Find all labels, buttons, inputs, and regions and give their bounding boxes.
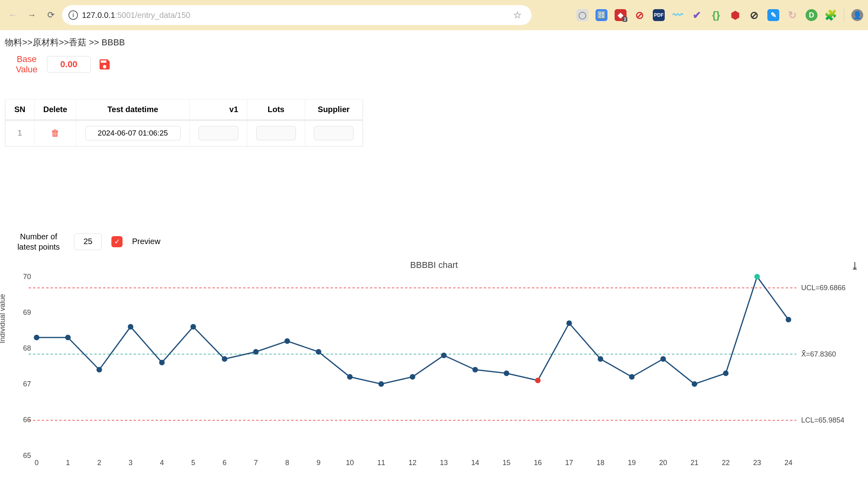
ext-icon-circle[interactable]: ◯ — [576, 9, 588, 21]
cell-sn: 1 — [6, 120, 35, 146]
svg-point-55 — [566, 320, 572, 326]
base-value-label: BaseValue — [13, 54, 41, 75]
svg-point-58 — [660, 356, 666, 362]
supplier-input[interactable] — [314, 126, 354, 140]
svg-point-57 — [629, 374, 634, 380]
svg-text:21: 21 — [691, 459, 699, 467]
svg-text:13: 13 — [440, 459, 448, 467]
col-lots: Lots — [247, 99, 305, 120]
svg-text:7: 7 — [254, 459, 258, 467]
col-sn: SN — [6, 99, 35, 120]
extensions-tray: ◯ 🔠 ◆2 ⊘ PDF 〰 ✔ {} ⬢ ⊘ ✎ ↻ D 🧩 👤 — [576, 8, 863, 22]
svg-point-41 — [128, 324, 133, 330]
col-datetime: Test datetime — [76, 99, 189, 120]
svg-point-61 — [754, 274, 760, 279]
svg-text:UCL=69.6866: UCL=69.6866 — [801, 284, 846, 292]
address-bar[interactable]: i 127.0.0.1:5001/entry_data/150 ☆ — [62, 5, 531, 25]
profile-avatar[interactable]: 👤 — [851, 9, 863, 21]
save-button[interactable] — [97, 57, 112, 72]
chart-title: BBBBI chart — [5, 260, 863, 270]
points-label: Number oflatest points — [13, 231, 64, 252]
svg-text:14: 14 — [471, 459, 479, 467]
svg-point-44 — [222, 356, 228, 362]
svg-text:2: 2 — [97, 459, 101, 467]
download-chart-icon[interactable]: ⤓ — [850, 260, 859, 272]
lots-input[interactable] — [256, 126, 296, 140]
svg-point-62 — [786, 317, 791, 322]
site-info-icon[interactable]: i — [68, 10, 78, 20]
svg-text:68: 68 — [23, 344, 31, 352]
svg-text:65: 65 — [23, 452, 31, 460]
table-row: 1 🗑 — [6, 120, 363, 146]
svg-point-56 — [598, 356, 603, 362]
col-supplier: Supplier — [305, 99, 362, 120]
datetime-input[interactable] — [85, 126, 181, 140]
svg-text:3: 3 — [128, 459, 132, 467]
preview-checkbox[interactable]: ✓ — [111, 236, 123, 247]
svg-text:X̄=67.8360: X̄=67.8360 — [801, 350, 836, 358]
svg-text:0: 0 — [35, 459, 39, 467]
points-input[interactable] — [74, 233, 102, 250]
cell-v1 — [189, 120, 247, 146]
svg-text:66: 66 — [23, 416, 31, 424]
svg-text:24: 24 — [784, 459, 792, 467]
base-value-input[interactable] — [47, 56, 91, 73]
ext-icon-check[interactable]: ✔ — [691, 9, 703, 21]
svg-point-52 — [473, 367, 478, 372]
svg-point-59 — [692, 381, 697, 387]
svg-point-51 — [441, 353, 447, 358]
cell-delete: 🗑 — [34, 120, 76, 146]
forward-button[interactable]: → — [24, 7, 40, 23]
svg-text:1: 1 — [66, 459, 70, 467]
svg-text:22: 22 — [722, 459, 730, 467]
svg-text:LCL=65.9854: LCL=65.9854 — [801, 416, 845, 424]
svg-text:23: 23 — [753, 459, 761, 467]
svg-text:5: 5 — [191, 459, 195, 467]
breadcrumb: 物料>>原材料>>香菇 >> BBBB — [5, 35, 863, 54]
svg-point-48 — [347, 374, 353, 380]
svg-point-53 — [504, 370, 509, 376]
svg-point-0 — [103, 66, 106, 68]
svg-point-46 — [284, 338, 290, 344]
cell-lots — [247, 120, 305, 146]
ext-icon-history[interactable]: ↻ — [786, 9, 798, 21]
browser-toolbar: ← → ⟳ i 127.0.0.1:5001/entry_data/150 ☆ … — [0, 0, 868, 30]
data-table: SN Delete Test datetime v1 Lots Supplier… — [5, 99, 363, 147]
url-text: 127.0.0.1:5001/entry_data/150 — [82, 11, 509, 20]
ext-icon-hexagon[interactable]: ⬢ — [729, 9, 741, 21]
trash-icon[interactable]: 🗑 — [51, 128, 60, 138]
ext-icon-d[interactable]: D — [806, 9, 817, 21]
preview-label: Preview — [132, 237, 160, 246]
svg-point-40 — [97, 367, 102, 372]
svg-point-43 — [191, 324, 196, 330]
bookmark-star-icon[interactable]: ☆ — [513, 10, 522, 21]
svg-text:11: 11 — [377, 459, 385, 467]
save-icon — [98, 58, 111, 71]
ext-icon-noentry[interactable]: ⊘ — [748, 9, 760, 21]
extensions-puzzle-icon[interactable]: 🧩 — [825, 9, 837, 21]
control-chart: 6566676869700123456789101112131415161718… — [5, 273, 856, 467]
svg-point-47 — [316, 349, 321, 355]
svg-point-60 — [723, 370, 729, 376]
ext-icon-wave[interactable]: 〰 — [672, 9, 684, 21]
ext-icon-block[interactable]: ⊘ — [634, 9, 646, 21]
svg-point-54 — [535, 378, 541, 383]
ext-icon-edit[interactable]: ✎ — [767, 9, 779, 21]
col-delete: Delete — [34, 99, 76, 120]
ext-icon-pdf[interactable]: PDF — [653, 9, 665, 21]
ext-icon-pdf-badge[interactable]: ◆2 — [615, 9, 627, 21]
v1-input[interactable] — [199, 126, 238, 140]
cell-datetime — [76, 120, 189, 146]
svg-text:4: 4 — [160, 459, 164, 467]
svg-text:67: 67 — [23, 380, 31, 388]
svg-text:20: 20 — [659, 459, 667, 467]
svg-text:16: 16 — [534, 459, 542, 467]
svg-point-39 — [65, 335, 71, 340]
back-button[interactable]: ← — [5, 7, 21, 23]
svg-text:15: 15 — [502, 459, 510, 467]
reload-button[interactable]: ⟳ — [43, 7, 59, 23]
ext-icon-brackets[interactable]: {} — [710, 9, 722, 21]
svg-text:69: 69 — [23, 308, 31, 316]
svg-text:12: 12 — [409, 459, 416, 467]
ext-icon-translate[interactable]: 🔠 — [596, 9, 607, 21]
